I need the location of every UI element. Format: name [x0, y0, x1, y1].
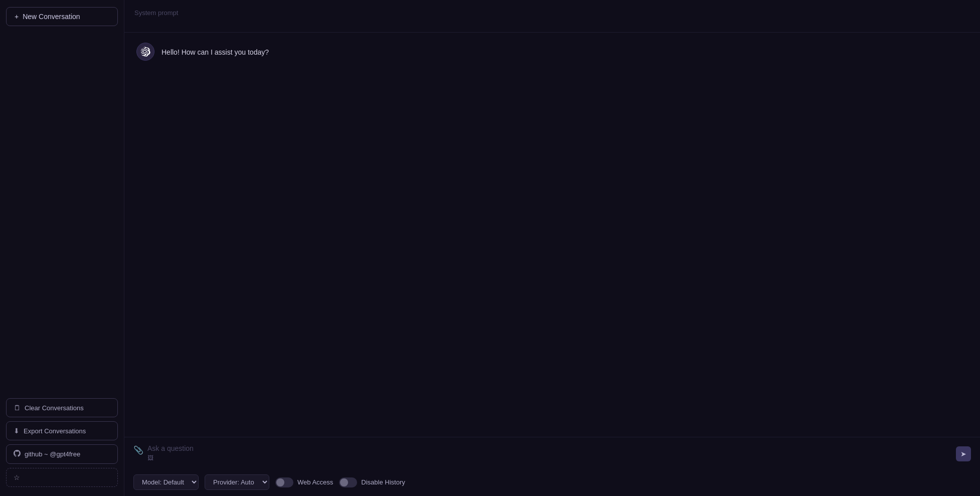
- star-button[interactable]: ☆: [6, 468, 118, 487]
- ask-input[interactable]: [147, 444, 952, 452]
- clear-icon: 🗒: [14, 404, 21, 412]
- ask-input-wrapper: 🖼: [147, 444, 952, 461]
- provider-select[interactable]: Provider: Auto: [205, 474, 269, 490]
- web-access-label: Web Access: [297, 478, 333, 486]
- assistant-avatar: [136, 43, 154, 61]
- send-button[interactable]: ➤: [956, 446, 971, 461]
- message-row: Hello! How can I assist you today?: [136, 43, 968, 61]
- export-conversations-label: Export Conversations: [24, 427, 86, 435]
- image-icon-row: 🖼: [147, 454, 952, 461]
- clear-conversations-label: Clear Conversations: [25, 404, 84, 412]
- github-icon: [14, 450, 21, 458]
- main-area: Hello! How can I assist you today? 📎 🖼 ➤…: [124, 0, 980, 496]
- input-area: 📎 🖼 ➤: [124, 437, 980, 470]
- bottom-bar: Model: Default Provider: Auto Web Access…: [124, 470, 980, 496]
- web-access-toggle-group: Web Access: [275, 477, 333, 487]
- model-select[interactable]: Model: Default: [133, 474, 199, 490]
- plus-icon: +: [15, 13, 19, 21]
- system-prompt-input[interactable]: [124, 0, 980, 30]
- sidebar-spacer: [6, 26, 118, 398]
- image-icon: 🖼: [147, 454, 153, 461]
- disable-history-label: Disable History: [361, 478, 405, 486]
- disable-history-toggle[interactable]: [339, 477, 357, 487]
- send-icon: ➤: [960, 450, 966, 458]
- sidebar: + New Conversation 🗒 Clear Conversations…: [0, 0, 124, 496]
- new-conversation-button[interactable]: + New Conversation: [6, 7, 118, 26]
- chat-area: Hello! How can I assist you today?: [124, 33, 980, 437]
- clear-conversations-button[interactable]: 🗒 Clear Conversations: [6, 398, 118, 417]
- github-label: github ~ @gpt4free: [25, 450, 80, 458]
- github-button[interactable]: github ~ @gpt4free: [6, 444, 118, 464]
- paperclip-icon[interactable]: 📎: [133, 444, 143, 455]
- disable-history-toggle-group: Disable History: [339, 477, 405, 487]
- message-text: Hello! How can I assist you today?: [161, 43, 269, 58]
- export-conversations-button[interactable]: ⬇ Export Conversations: [6, 421, 118, 440]
- sidebar-bottom: 🗒 Clear Conversations ⬇ Export Conversat…: [6, 398, 118, 487]
- export-icon: ⬇: [14, 427, 20, 435]
- web-access-toggle[interactable]: [275, 477, 293, 487]
- ask-input-row: 📎 🖼 ➤: [133, 444, 971, 461]
- new-conversation-label: New Conversation: [23, 13, 80, 21]
- system-prompt-area: [124, 0, 980, 33]
- star-icon: ☆: [14, 473, 20, 481]
